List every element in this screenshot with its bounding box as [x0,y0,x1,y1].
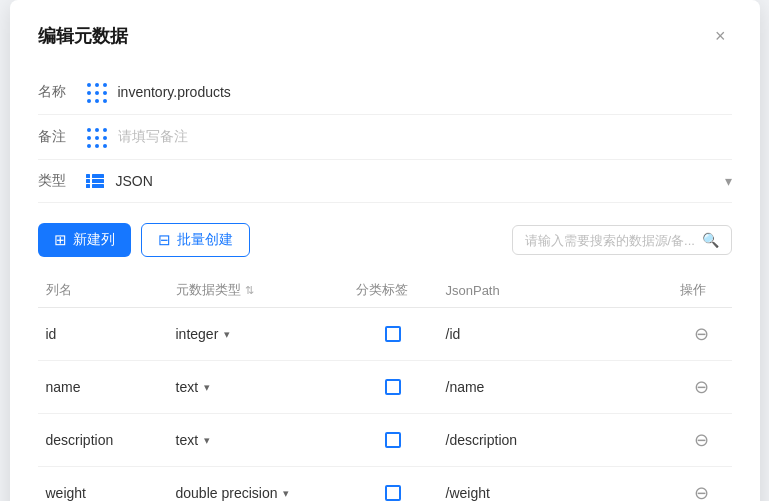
filter-icon: ⇅ [245,284,254,297]
remove-button[interactable]: ⊖ [690,375,714,399]
note-label: 备注 [38,128,74,146]
cell-col-name: id [38,312,168,356]
name-row: 名称 inventory.products [38,70,732,115]
th-meta-type: 元数据类型 ⇅ [168,281,348,299]
cell-meta-type[interactable]: text ▾ [168,365,348,409]
cell-jsonpath: /weight [438,471,672,501]
type-dropdown-icon: ▾ [204,381,210,394]
cell-col-name: name [38,365,168,409]
table-row: weight double precision ▾ /weight ⊖ [38,467,732,501]
batch-icon: ⊟ [158,231,171,249]
th-col-name: 列名 [38,281,168,299]
toolbar-left: ⊞ 新建列 ⊟ 批量创建 [38,223,250,257]
remove-button[interactable]: ⊖ [690,322,714,346]
name-label: 名称 [38,83,74,101]
cell-tag [348,365,438,409]
name-value: inventory.products [118,84,231,100]
th-tag: 分类标签 [348,281,438,299]
tag-checkbox[interactable] [385,485,401,501]
svg-rect-4 [86,184,90,188]
cell-action: ⊖ [672,308,732,360]
type-label: 类型 [38,172,74,190]
type-value: JSON [116,173,153,189]
new-col-label: 新建列 [73,231,115,249]
type-dropdown-icon: ▾ [204,434,210,447]
type-chevron-icon: ▾ [725,173,732,189]
cell-meta-type[interactable]: integer ▾ [168,312,348,356]
new-col-icon: ⊞ [54,231,67,249]
edit-metadata-modal: 编辑元数据 × 名称 inventory.products 备注 请填写备注 类… [10,0,760,501]
name-dots-icon [86,82,106,102]
table-body: id integer ▾ /id ⊖ name text ▾ /name [38,308,732,501]
modal-title: 编辑元数据 [38,24,128,48]
cell-action: ⊖ [672,361,732,413]
close-button[interactable]: × [709,25,732,47]
tag-checkbox[interactable] [385,432,401,448]
cell-col-name: weight [38,471,168,501]
svg-rect-1 [92,174,104,178]
th-action: 操作 [672,281,732,299]
svg-rect-2 [86,179,90,183]
cell-meta-type[interactable]: text ▾ [168,418,348,462]
cell-action: ⊖ [672,414,732,466]
remove-button[interactable]: ⊖ [690,428,714,452]
note-placeholder[interactable]: 请填写备注 [118,128,188,146]
svg-rect-3 [92,179,104,183]
type-row: 类型 JSON ▾ [38,160,732,203]
search-box: 🔍 [512,225,732,255]
note-row: 备注 请填写备注 [38,115,732,160]
metadata-table: 列名 元数据类型 ⇅ 分类标签 JsonPath 操作 id integer ▾ [38,273,732,501]
svg-rect-0 [86,174,90,178]
type-dropdown-icon: ▾ [224,328,230,341]
search-input[interactable] [525,233,694,248]
cell-tag [348,418,438,462]
table-header: 列名 元数据类型 ⇅ 分类标签 JsonPath 操作 [38,273,732,308]
cell-jsonpath: /name [438,365,672,409]
cell-action: ⊖ [672,467,732,501]
meta-type-value: text [176,379,199,395]
table-row: name text ▾ /name ⊖ [38,361,732,414]
type-dropdown-icon: ▾ [283,487,289,500]
meta-type-value: double precision [176,485,278,501]
table-row: id integer ▾ /id ⊖ [38,308,732,361]
remove-button[interactable]: ⊖ [690,481,714,501]
meta-type-value: integer [176,326,219,342]
cell-col-name: description [38,418,168,462]
table-row: description text ▾ /description ⊖ [38,414,732,467]
cell-jsonpath: /id [438,312,672,356]
batch-create-label: 批量创建 [177,231,233,249]
tag-checkbox[interactable] [385,326,401,342]
cell-tag [348,471,438,501]
new-column-button[interactable]: ⊞ 新建列 [38,223,131,257]
cell-meta-type[interactable]: double precision ▾ [168,471,348,501]
meta-type-value: text [176,432,199,448]
type-select[interactable]: JSON ▾ [116,173,732,189]
modal-header: 编辑元数据 × [38,24,732,48]
search-icon: 🔍 [702,232,719,248]
note-dots-icon [86,127,106,147]
toolbar: ⊞ 新建列 ⊟ 批量创建 🔍 [38,223,732,257]
batch-create-button[interactable]: ⊟ 批量创建 [141,223,250,257]
cell-jsonpath: /description [438,418,672,462]
cell-tag [348,312,438,356]
th-jsonpath: JsonPath [438,281,672,299]
type-list-icon [86,174,104,188]
tag-checkbox[interactable] [385,379,401,395]
svg-rect-5 [92,184,104,188]
